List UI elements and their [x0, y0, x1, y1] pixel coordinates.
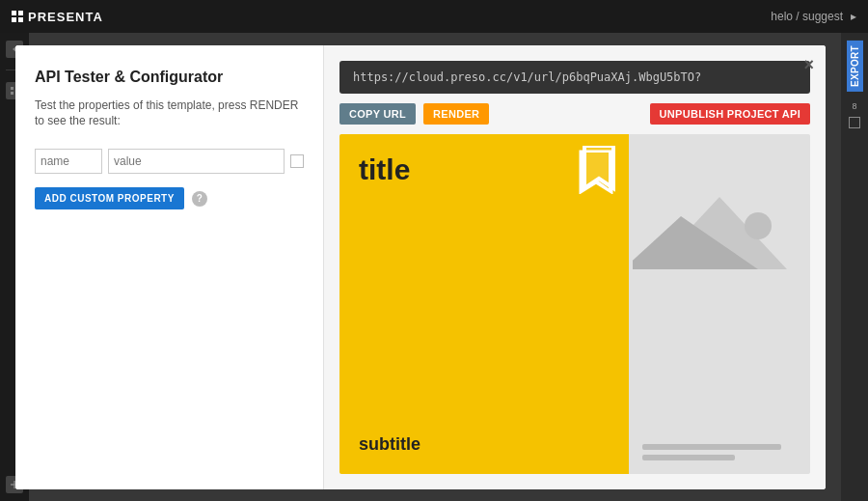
property-row	[35, 149, 304, 174]
action-buttons-row: COPY URL RENDER UNPUBLISH PROJECT API	[339, 103, 810, 125]
preview-subtitle: subtitle	[359, 434, 610, 455]
property-value-input[interactable]	[108, 149, 285, 174]
app-name: PRESENTA	[28, 10, 103, 24]
placeholder-lines	[642, 444, 797, 460]
mountain-illustration	[633, 187, 806, 284]
property-checkbox[interactable]	[290, 154, 304, 168]
preview-gray-panel	[629, 134, 810, 474]
modal-left-panel: API Tester & Configurator Test the prope…	[15, 45, 324, 489]
api-url-bar: https://cloud.preso.cc/v1/url/p6bqPuaXAj…	[339, 61, 810, 94]
export-button[interactable]: EXPORT	[847, 41, 863, 92]
arrow-icon: ▸	[851, 10, 856, 23]
modal-right-panel: https://cloud.preso.cc/v1/url/p6bqPuaXAj…	[324, 45, 826, 489]
preview-title: title	[359, 153, 610, 186]
topbar: PRESENTA helo / suggest ▸	[0, 0, 868, 33]
topbar-right: helo / suggest ▸	[771, 10, 856, 23]
modal-overlay: × API Tester & Configurator Test the pro…	[0, 33, 841, 501]
app-logo: PRESENTA	[12, 10, 103, 24]
add-custom-row: ADD CUSTOM PROPERTY ?	[35, 187, 304, 209]
modal-description: Test the properties of this template, pr…	[35, 97, 304, 130]
property-name-input[interactable]	[35, 149, 102, 174]
topbar-left: PRESENTA	[12, 10, 103, 24]
svg-marker-8	[584, 146, 613, 188]
bookmark-shape-icon	[581, 146, 617, 192]
copy-url-button[interactable]: COPY URL	[339, 103, 416, 125]
template-preview: title subtitle	[339, 134, 810, 474]
preview-yellow-panel: title subtitle	[339, 134, 629, 474]
logo-grid-icon	[12, 11, 23, 22]
close-button[interactable]: ×	[803, 55, 814, 75]
slide-thumbnail	[849, 117, 860, 128]
user-label: helo / suggest	[771, 10, 843, 23]
help-icon[interactable]: ?	[192, 191, 207, 207]
api-tester-modal: × API Tester & Configurator Test the pro…	[15, 45, 826, 489]
right-toolbar: EXPORT 8	[841, 33, 868, 501]
add-custom-property-button[interactable]: ADD CUSTOM PROPERTY	[35, 187, 184, 209]
placeholder-line-1	[642, 444, 781, 450]
modal-title: API Tester & Configurator	[35, 69, 304, 86]
slide-number: 8	[852, 101, 856, 111]
render-button[interactable]: RENDER	[423, 103, 489, 125]
placeholder-line-2	[642, 455, 735, 460]
unpublish-button[interactable]: UNPUBLISH PROJECT API	[650, 103, 810, 125]
svg-point-11	[745, 212, 772, 239]
